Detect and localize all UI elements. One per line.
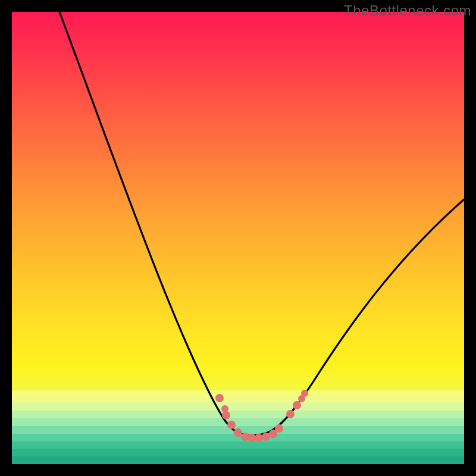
curve-dot bbox=[215, 394, 224, 402]
curve-dot bbox=[275, 424, 283, 433]
curve-dot bbox=[221, 405, 228, 412]
curve-dot bbox=[293, 401, 301, 409]
curve-dot bbox=[234, 428, 242, 437]
curve-dot bbox=[301, 390, 308, 397]
curve-dot bbox=[222, 411, 230, 419]
curve-dot bbox=[255, 434, 263, 442]
curve-dot bbox=[227, 421, 236, 429]
curve-dot bbox=[262, 433, 270, 441]
watermark-text: TheBottleneck.com bbox=[344, 2, 471, 19]
chart-frame bbox=[12, 12, 464, 464]
chart-svg bbox=[12, 12, 464, 464]
bottleneck-curve bbox=[60, 12, 464, 436]
curve-dot bbox=[286, 410, 295, 418]
curve-dot bbox=[248, 434, 256, 442]
